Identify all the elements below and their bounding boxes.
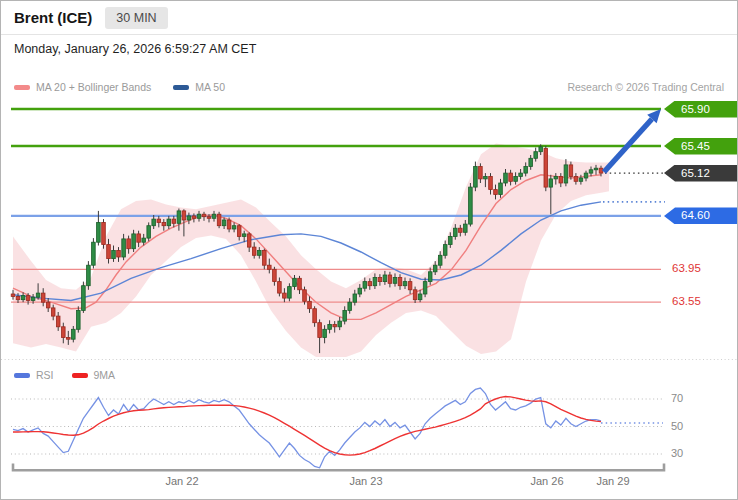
candle-body: [182, 211, 186, 220]
candle-body: [62, 327, 66, 338]
candle-body: [212, 214, 216, 218]
candle-body: [569, 165, 573, 177]
9ma-swatch-icon: [72, 373, 88, 378]
candle-body: [549, 179, 553, 187]
x-axis-label-jan22: Jan 22: [165, 475, 198, 487]
candle-body: [574, 176, 578, 181]
candle-body: [489, 176, 493, 189]
candle-body: [247, 234, 251, 247]
x-axis-label-jan26: Jan 26: [530, 475, 563, 487]
rsi-line: [13, 388, 601, 468]
candle-body: [288, 287, 292, 299]
candle-body: [554, 176, 558, 179]
candle-body: [343, 310, 347, 321]
price-and-rsi-chart: [1, 1, 738, 500]
candle-body: [449, 236, 453, 244]
legend-item-9ma: 9MA: [72, 369, 116, 381]
candle-body: [433, 265, 437, 272]
candle-body: [408, 282, 412, 290]
candle-body: [72, 329, 76, 339]
candle-body: [252, 247, 256, 255]
candle-body: [132, 234, 136, 249]
candle-body: [539, 147, 543, 152]
candle-body: [403, 282, 407, 286]
candle-body: [378, 278, 382, 282]
candle-body: [589, 170, 593, 173]
candle-body: [579, 178, 583, 181]
candle-body: [202, 214, 206, 217]
candle-body: [293, 278, 297, 286]
candle-body: [443, 245, 447, 256]
candle-body: [524, 167, 528, 174]
x-axis-label-jan23: Jan 23: [349, 475, 382, 487]
x-axis: [13, 464, 664, 471]
candle-body: [222, 220, 226, 226]
candle-body: [127, 239, 131, 249]
candle-body: [232, 226, 236, 229]
candle-body: [438, 255, 442, 265]
candle-body: [529, 158, 533, 166]
candle-body: [383, 275, 387, 282]
candle-body: [484, 176, 488, 179]
candle-body: [368, 282, 372, 286]
candle-body: [398, 278, 402, 286]
candle-body: [97, 222, 101, 242]
candle-body: [122, 239, 126, 257]
candle-body: [51, 308, 55, 316]
candle-body: [21, 296, 25, 300]
candle-body: [469, 187, 473, 224]
candle-body: [333, 324, 337, 326]
candle-body: [298, 278, 302, 290]
candle-body: [11, 294, 15, 296]
candle-body: [87, 265, 91, 286]
candle-body: [479, 167, 483, 179]
candle-body: [313, 309, 317, 323]
candle-body: [192, 216, 196, 218]
candle-body: [584, 173, 588, 178]
candle-body: [36, 293, 40, 297]
candle-body: [323, 329, 327, 337]
candle-body: [519, 173, 523, 176]
candle-body: [31, 297, 35, 300]
candle-body: [388, 275, 392, 283]
candle-body: [509, 173, 513, 181]
candle-body: [278, 282, 282, 294]
candle-body: [454, 228, 458, 236]
candle-body: [413, 290, 417, 300]
candle-body: [373, 278, 377, 286]
candle-body: [197, 214, 201, 218]
candle-body: [137, 234, 141, 242]
rsi-axis-label-70: 70: [671, 392, 683, 404]
candle-body: [358, 288, 362, 294]
candle-body: [418, 294, 422, 300]
candle-body: [459, 228, 463, 232]
legend-label-9ma: 9MA: [94, 369, 116, 381]
candle-body: [82, 286, 86, 311]
candle-body: [142, 238, 146, 242]
rsi-axis-label-30: 30: [671, 447, 683, 459]
candle-body: [464, 224, 468, 232]
candle-body: [26, 296, 30, 301]
candle-body: [177, 211, 181, 223]
candle-body: [499, 183, 503, 195]
candle-body: [263, 250, 267, 265]
candle-body: [187, 216, 191, 220]
candle-body: [283, 293, 287, 298]
candle-body: [423, 282, 427, 294]
candle-body: [559, 176, 563, 183]
candle-body: [16, 296, 20, 299]
candle-body: [273, 269, 277, 281]
candle-body: [107, 245, 111, 259]
candle-body: [167, 219, 171, 226]
candle-body: [67, 338, 71, 340]
candle-body: [599, 168, 603, 173]
rsi-axis-label-50: 50: [671, 420, 683, 432]
candle-body: [56, 316, 60, 327]
candle-body: [92, 242, 96, 265]
candle-body: [594, 168, 598, 170]
candle-body: [162, 222, 166, 225]
candle-body: [363, 282, 367, 289]
candle-body: [117, 250, 121, 257]
candle-body: [564, 165, 568, 183]
candle-body: [474, 167, 478, 188]
